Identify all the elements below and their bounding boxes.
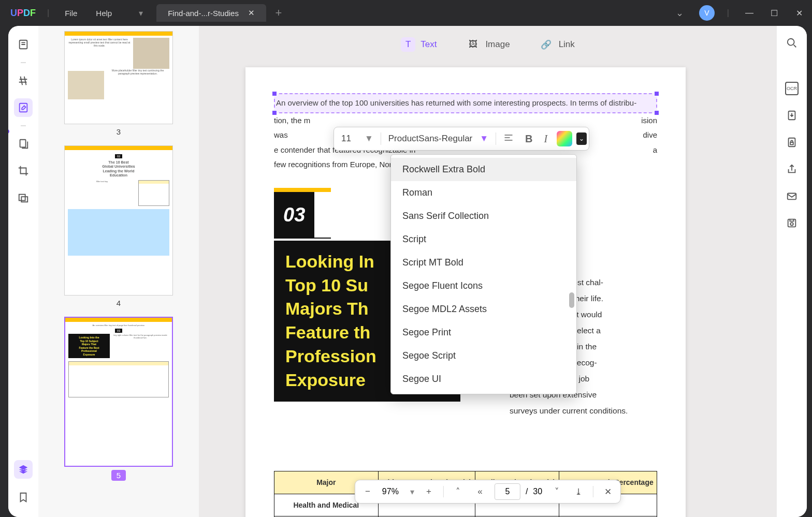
search-icon[interactable] <box>785 36 799 50</box>
font-size-value: 11 <box>341 134 351 144</box>
option-label: Image <box>485 39 510 50</box>
share-icon[interactable] <box>785 163 799 176</box>
thumbnail-3[interactable]: Lorem ipsum dolor sit amet text filler c… <box>54 31 183 136</box>
text-icon: T <box>401 37 415 52</box>
menu-help[interactable]: Help <box>86 9 121 18</box>
font-option[interactable]: Segoe Fluent Icons <box>391 274 576 298</box>
text-format-toolbar: 11▼ ProductSans-Regular▼ B I ⌄ <box>334 127 589 151</box>
edit-link-option[interactable]: 🔗Link <box>535 35 579 54</box>
divider: | <box>727 8 729 18</box>
next-page-button[interactable]: ˅ <box>549 484 564 499</box>
tab-new[interactable]: + <box>268 6 289 20</box>
convert-icon[interactable] <box>785 109 799 122</box>
left-rail <box>8 26 38 517</box>
font-option[interactable]: Script MT Bold <box>391 251 576 274</box>
tab-title: Find-and-...r-Studies <box>168 9 239 18</box>
font-option[interactable]: Roman <box>391 181 576 204</box>
app-logo: UPDF <box>5 8 41 19</box>
tool-redact[interactable] <box>14 188 33 207</box>
text-color-button[interactable] <box>557 131 572 146</box>
svg-rect-1 <box>20 104 27 112</box>
selected-text: An overview of the top 100 universities … <box>276 98 636 107</box>
font-option[interactable]: Script <box>391 228 576 251</box>
document-area: TText 🖼Image 🔗Link An overview of the to… <box>199 26 777 517</box>
protect-icon[interactable] <box>785 136 799 149</box>
last-page-button[interactable]: ⤓ <box>571 484 586 499</box>
heading-number: 03 <box>274 192 314 238</box>
prev-page-button[interactable]: ˄ <box>451 484 466 499</box>
zoom-select[interactable]: 97%▾ <box>382 487 414 497</box>
save-icon[interactable] <box>785 216 799 230</box>
titlebar: UPDF | File Help ▾ Find-and-...r-Studies… <box>0 0 812 26</box>
align-left-button[interactable] <box>498 129 519 148</box>
ocr-icon[interactable]: OCR <box>785 82 799 95</box>
thumbnail-label: 4 <box>54 299 183 307</box>
font-option[interactable]: Sans Serif Collection <box>391 204 576 228</box>
font-option[interactable]: Segoe Script <box>391 344 576 367</box>
thumbnail-panel: Lorem ipsum dolor sit amet text filler c… <box>38 26 199 517</box>
email-icon[interactable] <box>785 189 799 203</box>
tab-ghost[interactable]: ▾ <box>130 8 151 18</box>
font-option[interactable]: Segoe Print <box>391 321 576 344</box>
window-minimize[interactable]: — <box>742 8 757 18</box>
selected-text-block[interactable]: An overview of the top 100 universities … <box>274 93 657 113</box>
thumbnail-label: 3 <box>54 127 183 136</box>
font-dropdown: Rockwell Extra BoldRomanSans Serif Colle… <box>390 154 577 394</box>
page-input[interactable] <box>495 483 520 500</box>
page-total: 30 <box>533 487 542 496</box>
option-label: Link <box>559 39 575 50</box>
svg-rect-3 <box>19 195 25 201</box>
tab-document[interactable]: Find-and-...r-Studies ✕ <box>156 4 266 22</box>
divider <box>21 62 26 63</box>
rail-indicator <box>8 129 9 134</box>
font-name-value: ProductSans-Regular <box>388 134 473 144</box>
tool-reader[interactable] <box>14 35 33 54</box>
right-rail: OCR <box>777 26 807 517</box>
tab-close-icon[interactable]: ✕ <box>248 8 255 18</box>
font-option[interactable]: Segoe MDL2 Assets <box>391 298 576 321</box>
font-option[interactable]: Rockwell Extra Bold <box>391 158 576 181</box>
link-icon: 🔗 <box>539 37 554 52</box>
main-shell: Lorem ipsum dolor sit amet text filler c… <box>8 26 807 517</box>
first-page-button[interactable]: « <box>473 484 487 499</box>
svg-point-5 <box>788 39 794 46</box>
tool-organize[interactable] <box>14 135 33 153</box>
option-label: Text <box>421 39 437 50</box>
zoom-out-button[interactable]: − <box>360 484 375 499</box>
divider: | <box>47 8 49 18</box>
page-sep: / <box>526 487 528 496</box>
menu-file[interactable]: File <box>55 9 86 18</box>
tool-edit[interactable] <box>14 98 33 117</box>
scrollbar[interactable] <box>569 158 574 391</box>
svg-rect-4 <box>21 197 27 202</box>
edit-mode-options: TText 🖼Image 🔗Link <box>199 35 777 54</box>
thumbnail-label: 5 <box>111 470 126 481</box>
page-indicator: / 30 <box>495 483 542 500</box>
zoom-value: 97% <box>382 487 399 496</box>
window-maximize[interactable]: ☐ <box>766 8 782 18</box>
svg-rect-8 <box>790 142 793 145</box>
tool-comment[interactable] <box>14 71 33 90</box>
bold-button[interactable]: B <box>520 130 538 148</box>
zoom-in-button[interactable]: + <box>422 484 436 499</box>
tool-bookmark[interactable] <box>14 488 33 507</box>
italic-button[interactable]: I <box>539 130 553 148</box>
edit-text-option[interactable]: TText <box>397 35 441 54</box>
svg-rect-2 <box>20 140 26 147</box>
font-option[interactable]: Segoe UI <box>391 367 576 391</box>
thumbnail-4[interactable]: 02 The 10 BestGlobal UniversitiesLeading… <box>54 145 183 307</box>
font-family-select[interactable]: ProductSans-Regular▼ <box>383 130 494 147</box>
svg-rect-9 <box>788 194 796 200</box>
color-dropdown-icon[interactable]: ⌄ <box>576 132 587 145</box>
tool-layers[interactable] <box>14 460 33 479</box>
thumbnail-5[interactable]: An overview filler tiny text of page fiv… <box>54 317 183 481</box>
tool-crop[interactable] <box>14 161 33 180</box>
close-bar-button[interactable]: ✕ <box>601 484 615 499</box>
edit-image-option[interactable]: 🖼Image <box>461 35 514 54</box>
avatar[interactable]: V <box>699 5 715 21</box>
divider <box>21 125 26 126</box>
window-close[interactable]: ✕ <box>791 8 807 18</box>
svg-point-11 <box>790 223 793 226</box>
font-size-select[interactable]: 11▼ <box>336 130 379 147</box>
chevron-down-icon[interactable]: ⌄ <box>676 7 684 19</box>
